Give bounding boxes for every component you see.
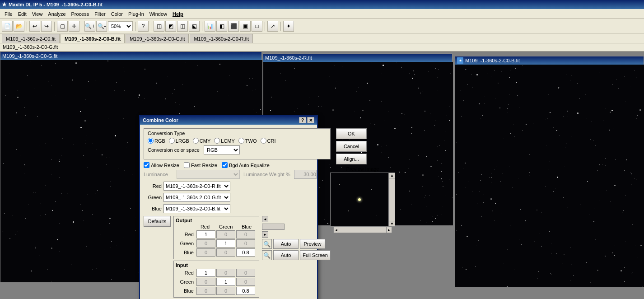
tb-chart[interactable]: 📊 — [205, 21, 215, 32]
tb-sparkle[interactable]: ✦ — [283, 21, 294, 32]
tb-open[interactable]: 📂 — [14, 21, 24, 32]
defaults-button[interactable]: Defaults — [144, 216, 171, 227]
input-rg[interactable] — [216, 269, 235, 277]
star — [612, 84, 613, 84]
fast-resize-check[interactable]: Fast Resize — [184, 162, 217, 168]
tb-c3[interactable]: ⬛ — [228, 21, 239, 32]
tb-b4[interactable]: ⬕ — [189, 21, 200, 32]
output-gb[interactable] — [236, 239, 255, 248]
output-gg[interactable] — [216, 239, 235, 248]
output-bg[interactable] — [216, 248, 235, 257]
tb-new[interactable]: 📄 — [2, 21, 13, 32]
star — [481, 118, 481, 118]
menu-process[interactable]: Process — [69, 10, 92, 18]
star — [614, 185, 616, 186]
ok-button[interactable]: OK — [336, 128, 367, 139]
input-rb[interactable] — [236, 269, 255, 277]
scroll-left-btn[interactable]: ◄ — [262, 216, 268, 222]
menu-filter[interactable]: Filter — [92, 10, 108, 18]
zoom-in-btn-2[interactable]: 🔍 — [262, 250, 272, 260]
star — [607, 171, 607, 171]
tb-zoom-in[interactable]: 🔍+ — [84, 21, 95, 32]
tb-b1[interactable]: ◫ — [154, 21, 164, 32]
dialog-help-btn[interactable]: ? — [299, 117, 306, 123]
preview-vscroll[interactable]: ▲ ▼ — [389, 173, 395, 227]
scroll-right-btn[interactable]: ► — [262, 231, 268, 238]
allow-resize-check[interactable]: Allow Resize — [144, 162, 179, 168]
radio-cri[interactable]: CRI — [261, 138, 276, 144]
zoom-in-btn-1[interactable]: 🔍 — [262, 239, 272, 249]
star — [89, 63, 89, 63]
red-channel-select[interactable]: M109_-1-360s-2-C0-R.fit M109_-1-360s-2-C… — [163, 182, 230, 191]
tab-r[interactable]: M109_-1-360s-2-C0-R.fit — [190, 34, 253, 43]
green-channel-select[interactable]: M109_-1-360s-2-C0-R.fit M109_-1-360s-2-C… — [163, 193, 230, 202]
menu-view[interactable]: View — [29, 10, 46, 18]
radio-lcmy[interactable]: LCMY — [214, 138, 235, 144]
tab-c0[interactable]: M109_-1-360s-2-C0.fit — [2, 34, 60, 43]
tb-b3[interactable]: ◫ — [177, 21, 188, 32]
radio-lrgb[interactable]: LRGB — [169, 138, 189, 144]
output-bb[interactable] — [236, 248, 255, 257]
tab-g[interactable]: M109_-1-360s-2-C0-G.fit — [126, 34, 189, 43]
tb-b2[interactable]: ◩ — [165, 21, 176, 32]
star — [624, 76, 625, 77]
radio-two[interactable]: TWO — [238, 138, 257, 144]
tb-c4[interactable]: ▣ — [240, 21, 251, 32]
auto-btn-2[interactable]: Auto — [273, 250, 299, 260]
output-rg[interactable] — [216, 230, 235, 238]
tb-undo[interactable]: ↩ — [29, 21, 40, 32]
menu-edit[interactable]: Edit — [15, 10, 29, 18]
color-space-select[interactable]: RGB HSL HSV — [204, 145, 240, 154]
hscroll-right[interactable]: ► — [386, 227, 392, 233]
menu-window[interactable]: Window — [147, 10, 170, 18]
auto-btn-1[interactable]: Auto — [273, 239, 299, 249]
tb-select[interactable]: ▢ — [57, 21, 68, 32]
menu-color[interactable]: Color — [108, 10, 126, 18]
radio-cmy[interactable]: CMY — [193, 138, 210, 144]
blue-image-window[interactable]: ★ M109_-1-360s-2-C0-B.fit — [455, 56, 644, 286]
cancel-button[interactable]: Cancel — [336, 141, 367, 152]
radio-rgb[interactable]: RGB — [148, 138, 165, 144]
tb-arrow[interactable]: ↗ — [267, 21, 278, 32]
output-rr[interactable] — [196, 230, 215, 238]
star — [249, 79, 250, 79]
tb-redo[interactable]: ↪ — [41, 21, 52, 32]
input-gb[interactable] — [236, 278, 255, 286]
menu-help[interactable]: Help — [170, 10, 186, 18]
align-button[interactable]: Align... — [336, 154, 367, 164]
output-br[interactable] — [196, 248, 215, 257]
input-bb[interactable] — [236, 287, 255, 295]
tab-b[interactable]: M109_-1-360s-2-C0-B.fit — [61, 34, 125, 43]
tb-c5[interactable]: □ — [252, 21, 262, 32]
bgd-equalize-check[interactable]: Bgd Auto Equalize — [222, 162, 270, 168]
input-br[interactable] — [196, 287, 215, 295]
blue-channel-select[interactable]: M109_-1-360s-2-C0-R.fit M109_-1-360s-2-C… — [163, 204, 230, 213]
star — [80, 204, 80, 205]
input-gg[interactable] — [216, 278, 235, 286]
input-rr[interactable] — [196, 269, 215, 277]
star — [85, 156, 86, 156]
menu-plugin[interactable]: Plug-In — [126, 10, 147, 18]
input-bg[interactable] — [216, 287, 235, 295]
menu-file[interactable]: File — [2, 10, 15, 18]
tb-help[interactable]: ? — [138, 21, 149, 32]
zoom-select[interactable]: 25% 50% 100% 200% — [108, 21, 133, 31]
preview-hscroll[interactable]: ◄ ► — [333, 227, 392, 233]
star — [57, 239, 58, 240]
preview-btn[interactable]: Preview — [300, 239, 325, 249]
input-gr[interactable] — [196, 278, 215, 286]
full-screen-btn[interactable]: Full Screen — [300, 250, 331, 260]
hscroll-left[interactable]: ◄ — [334, 227, 339, 233]
star — [138, 150, 138, 150]
dialog-close-btn[interactable]: ✕ — [307, 117, 314, 123]
star — [372, 62, 372, 62]
tb-c2[interactable]: ◧ — [216, 21, 227, 32]
menu-analyze[interactable]: Analyze — [45, 10, 68, 18]
output-rb[interactable] — [236, 230, 255, 238]
tb-zoom-out[interactable]: 🔍- — [96, 21, 107, 32]
tb-crosshair[interactable]: ✛ — [69, 21, 79, 32]
vscroll-up[interactable]: ▲ — [389, 173, 395, 178]
star — [62, 138, 63, 139]
vscroll-down[interactable]: ▼ — [389, 221, 395, 226]
output-gr[interactable] — [196, 239, 215, 248]
